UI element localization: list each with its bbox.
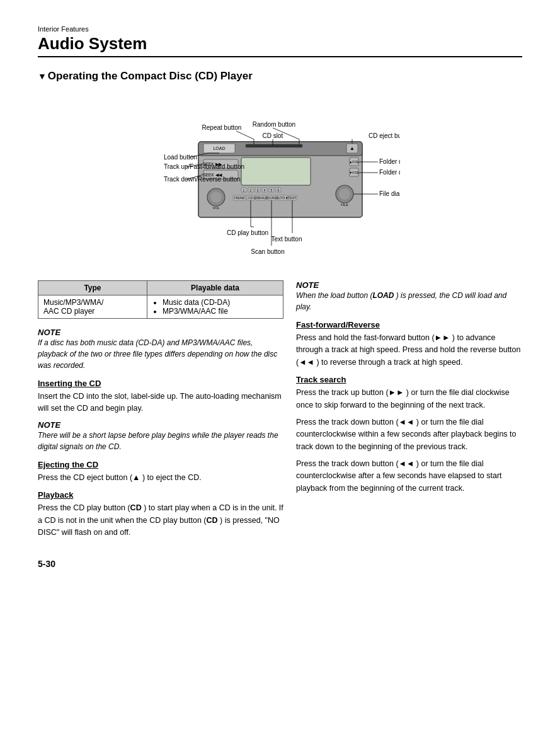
track-search-heading: Track search [296, 375, 522, 384]
table-row: Music/MP3/WMA/AAC CD player Music data (… [38, 295, 283, 319]
svg-text:▼FOL: ▼FOL [348, 171, 358, 175]
svg-text:3: 3 [256, 188, 258, 192]
diagram-svg: LOAD ▲ SEEK ▶▶ SEEK ◀◀ ▲FOL ▼FOL 1 2 3 4… [161, 91, 400, 274]
svg-text:LOAD: LOAD [213, 146, 225, 151]
svg-text:Repeat button: Repeat button [202, 124, 241, 131]
svg-text:Text button: Text button [271, 236, 302, 243]
svg-line-50 [236, 131, 254, 139]
svg-text:Folder down button: Folder down button [379, 169, 400, 176]
svg-text:Scan button: Scan button [251, 248, 284, 255]
svg-rect-4 [246, 144, 302, 147]
svg-text:▲FOL: ▲FOL [348, 160, 358, 164]
svg-text:VOL: VOL [212, 206, 219, 210]
page-title: Audio System [38, 34, 522, 57]
svg-text:CD eject button: CD eject button [369, 132, 400, 139]
ejecting-heading: Ejecting the CD [38, 460, 283, 469]
svg-text:6: 6 [277, 188, 279, 192]
note-text-2: There will be a short lapse before play … [38, 430, 283, 452]
table-cell-type: Music/MP3/WMA/AAC CD player [38, 295, 147, 319]
inserting-text: Insert the CD into the slot, label-side … [38, 391, 283, 415]
svg-text:Load button: Load button [164, 154, 197, 161]
section-heading: ▼Operating the Compact Disc (CD) Player [38, 70, 522, 83]
svg-text:TEXT: TEXT [288, 196, 296, 200]
svg-text:Track up/Fast-forward button: Track up/Fast-forward button [164, 163, 244, 170]
right-column: NOTE When the load button (LOAD ) is pre… [296, 280, 522, 544]
right-note-block: NOTE When the load button (LOAD ) is pre… [296, 280, 522, 312]
table-cell-data: Music data (CD-DA) MP3/WMA/AAC file [147, 295, 283, 319]
svg-text:AUTO▼: AUTO▼ [276, 196, 288, 200]
table-header-type: Type [38, 281, 147, 295]
breadcrumb: Interior Features [38, 25, 522, 33]
svg-text:Folder up button: Folder up button [379, 158, 400, 165]
note-block-2: NOTE There will be a short lapse before … [38, 420, 283, 452]
note-text-1: If a disc has both music data (CD-DA) an… [38, 337, 283, 371]
right-note-text: When the load button (LOAD ) is pressed,… [296, 290, 522, 312]
svg-text:1: 1 [243, 188, 244, 192]
main-content: Type Playable data Music/MP3/WMA/AAC CD … [38, 280, 522, 544]
playback-heading: Playback [38, 490, 283, 500]
track-search-text1: Press the track up button (►► ) or turn … [296, 387, 522, 411]
note-title-1: NOTE [38, 328, 283, 337]
svg-text:4: 4 [263, 188, 265, 192]
fast-forward-heading: Fast-forward/Reverse [296, 320, 522, 329]
left-column: Type Playable data Music/MP3/WMA/AAC CD … [38, 280, 283, 544]
svg-text:5: 5 [270, 188, 272, 192]
svg-text:2: 2 [249, 188, 251, 192]
ejecting-text: Press the CD eject button (▲ ) to eject … [38, 472, 283, 484]
type-table: Type Playable data Music/MP3/WMA/AAC CD … [38, 280, 283, 319]
inserting-heading: Inserting the CD [38, 379, 283, 388]
note-block-1: NOTE If a disc has both music data (CD-D… [38, 328, 283, 371]
svg-point-44 [339, 188, 350, 200]
track-search-text3: Press the track down button (◄◄ ) or tur… [296, 458, 522, 495]
svg-text:Random button: Random button [252, 121, 295, 128]
list-item: MP3/WMA/AAC file [163, 307, 278, 316]
svg-text:CD slot: CD slot [262, 132, 283, 139]
note-title-2: NOTE [38, 420, 283, 430]
svg-text:USB/AUX: USB/AUX [254, 196, 268, 200]
track-search-text2: Press the track down button (◄◄ ) or tur… [296, 416, 522, 453]
svg-point-29 [210, 192, 222, 203]
playback-text: Press the CD play button (CD ) to start … [38, 502, 283, 539]
svg-text:CD play button: CD play button [227, 229, 268, 236]
list-item: Music data (CD-DA) [163, 298, 278, 307]
svg-text:FILE: FILE [341, 203, 348, 207]
svg-text:▲: ▲ [350, 146, 355, 151]
cd-player-diagram: LOAD ▲ SEEK ▶▶ SEEK ◀◀ ▲FOL ▼FOL 1 2 3 4… [161, 91, 400, 274]
svg-text:FM/AM: FM/AM [234, 196, 244, 200]
svg-text:CD: CD [248, 196, 253, 200]
svg-text:File dial: File dial [379, 190, 400, 197]
svg-text:Track down/Reverse button: Track down/Reverse button [164, 176, 241, 183]
table-header-playable: Playable data [147, 281, 283, 295]
svg-rect-11 [241, 158, 311, 185]
page-number: 5-30 [38, 559, 522, 569]
fast-forward-text: Press and hold the fast-forward button (… [296, 332, 522, 369]
right-note-title: NOTE [296, 280, 522, 290]
triangle-icon: ▼ [38, 71, 47, 81]
svg-text:SCAN: SCAN [267, 196, 276, 200]
